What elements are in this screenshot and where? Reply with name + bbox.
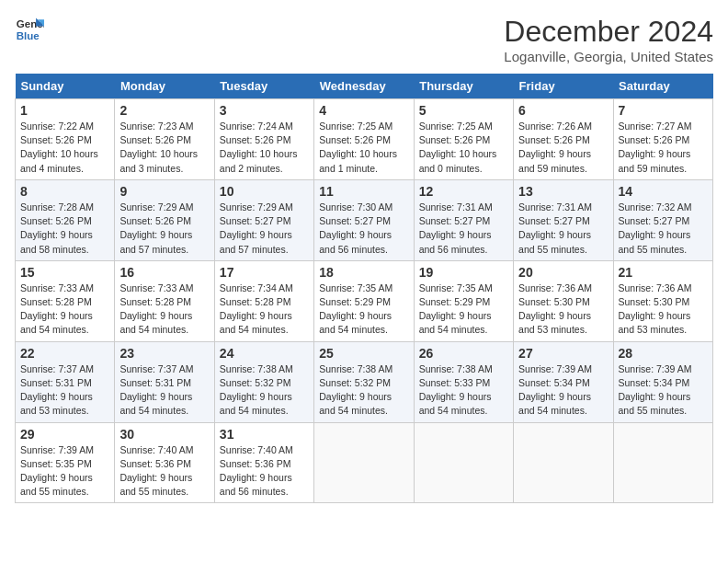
calendar-cell: 20Sunrise: 7:36 AMSunset: 5:30 PMDayligh… — [514, 260, 613, 341]
weekday-header-row: SundayMondayTuesdayWednesdayThursdayFrid… — [16, 74, 713, 99]
calendar-cell: 22Sunrise: 7:37 AMSunset: 5:31 PMDayligh… — [16, 341, 115, 422]
calendar-cell — [314, 422, 414, 503]
cell-sun-info: Sunrise: 7:40 AMSunset: 5:36 PMDaylight:… — [119, 443, 209, 500]
cell-sun-info: Sunrise: 7:36 AMSunset: 5:30 PMDaylight:… — [619, 282, 708, 338]
weekday-header-wednesday: Wednesday — [314, 74, 414, 99]
cell-sun-info: Sunrise: 7:22 AMSunset: 5:26 PMDaylight:… — [20, 120, 109, 176]
cell-sun-info: Sunrise: 7:33 AMSunset: 5:28 PMDaylight:… — [20, 282, 109, 338]
calendar-cell — [414, 422, 513, 503]
day-number: 11 — [319, 184, 408, 199]
day-number: 7 — [619, 103, 708, 118]
calendar-cell: 25Sunrise: 7:38 AMSunset: 5:32 PMDayligh… — [314, 341, 414, 422]
calendar-cell: 31Sunrise: 7:40 AMSunset: 5:36 PMDayligh… — [214, 422, 313, 503]
calendar-cell: 29Sunrise: 7:39 AMSunset: 5:35 PMDayligh… — [16, 422, 115, 503]
weekday-header-sunday: Sunday — [16, 74, 115, 99]
location: Loganville, Georgia, United States — [504, 49, 713, 64]
svg-text:Blue: Blue — [17, 30, 40, 41]
cell-sun-info: Sunrise: 7:33 AMSunset: 5:28 PMDaylight:… — [119, 282, 209, 338]
calendar-cell: 17Sunrise: 7:34 AMSunset: 5:28 PMDayligh… — [214, 260, 313, 341]
logo: General Blue — [15, 15, 44, 44]
calendar-cell: 14Sunrise: 7:32 AMSunset: 5:27 PMDayligh… — [613, 179, 712, 260]
calendar-cell — [613, 422, 712, 503]
calendar-week-1: 1Sunrise: 7:22 AMSunset: 5:26 PMDaylight… — [16, 99, 713, 180]
day-number: 21 — [619, 265, 708, 280]
day-number: 24 — [220, 346, 309, 361]
cell-sun-info: Sunrise: 7:39 AMSunset: 5:34 PMDaylight:… — [619, 362, 708, 419]
calendar-cell: 30Sunrise: 7:40 AMSunset: 5:36 PMDayligh… — [115, 422, 214, 503]
calendar-week-4: 22Sunrise: 7:37 AMSunset: 5:31 PMDayligh… — [16, 341, 713, 422]
day-number: 10 — [220, 184, 309, 199]
cell-sun-info: Sunrise: 7:37 AMSunset: 5:31 PMDaylight:… — [20, 362, 109, 419]
month-title: December 2024 — [504, 15, 713, 49]
cell-sun-info: Sunrise: 7:26 AMSunset: 5:26 PMDaylight:… — [518, 120, 608, 176]
calendar-cell: 13Sunrise: 7:31 AMSunset: 5:27 PMDayligh… — [514, 179, 613, 260]
calendar-cell: 4Sunrise: 7:25 AMSunset: 5:26 PMDaylight… — [314, 99, 414, 180]
calendar-cell: 24Sunrise: 7:38 AMSunset: 5:32 PMDayligh… — [214, 341, 313, 422]
calendar-cell: 8Sunrise: 7:28 AMSunset: 5:26 PMDaylight… — [16, 179, 115, 260]
day-number: 9 — [119, 184, 209, 199]
cell-sun-info: Sunrise: 7:25 AMSunset: 5:26 PMDaylight:… — [419, 120, 508, 176]
weekday-header-tuesday: Tuesday — [214, 74, 313, 99]
day-number: 30 — [119, 427, 209, 442]
day-number: 14 — [619, 184, 708, 199]
calendar-cell: 19Sunrise: 7:35 AMSunset: 5:29 PMDayligh… — [414, 260, 513, 341]
calendar-cell: 16Sunrise: 7:33 AMSunset: 5:28 PMDayligh… — [115, 260, 214, 341]
day-number: 13 — [518, 184, 608, 199]
calendar-cell: 10Sunrise: 7:29 AMSunset: 5:27 PMDayligh… — [214, 179, 313, 260]
day-number: 25 — [319, 346, 408, 361]
calendar-cell: 18Sunrise: 7:35 AMSunset: 5:29 PMDayligh… — [314, 260, 414, 341]
cell-sun-info: Sunrise: 7:38 AMSunset: 5:33 PMDaylight:… — [419, 362, 508, 419]
cell-sun-info: Sunrise: 7:27 AMSunset: 5:26 PMDaylight:… — [619, 120, 708, 176]
cell-sun-info: Sunrise: 7:35 AMSunset: 5:29 PMDaylight:… — [319, 282, 408, 338]
weekday-header-monday: Monday — [115, 74, 214, 99]
calendar-cell: 11Sunrise: 7:30 AMSunset: 5:27 PMDayligh… — [314, 179, 414, 260]
day-number: 6 — [518, 103, 608, 118]
calendar-cell: 12Sunrise: 7:31 AMSunset: 5:27 PMDayligh… — [414, 179, 513, 260]
cell-sun-info: Sunrise: 7:28 AMSunset: 5:26 PMDaylight:… — [20, 201, 109, 257]
calendar-table: SundayMondayTuesdayWednesdayThursdayFrid… — [15, 74, 713, 503]
calendar-cell: 21Sunrise: 7:36 AMSunset: 5:30 PMDayligh… — [613, 260, 712, 341]
day-number: 16 — [119, 265, 209, 280]
cell-sun-info: Sunrise: 7:38 AMSunset: 5:32 PMDaylight:… — [220, 362, 309, 419]
day-number: 12 — [419, 184, 508, 199]
day-number: 22 — [20, 346, 109, 361]
calendar-cell: 1Sunrise: 7:22 AMSunset: 5:26 PMDaylight… — [16, 99, 115, 180]
cell-sun-info: Sunrise: 7:37 AMSunset: 5:31 PMDaylight:… — [119, 362, 209, 419]
calendar-cell: 2Sunrise: 7:23 AMSunset: 5:26 PMDaylight… — [115, 99, 214, 180]
cell-sun-info: Sunrise: 7:39 AMSunset: 5:35 PMDaylight:… — [20, 443, 109, 500]
day-number: 15 — [20, 265, 109, 280]
calendar-cell — [514, 422, 613, 503]
cell-sun-info: Sunrise: 7:24 AMSunset: 5:26 PMDaylight:… — [220, 120, 309, 176]
cell-sun-info: Sunrise: 7:39 AMSunset: 5:34 PMDaylight:… — [518, 362, 608, 419]
calendar-cell: 9Sunrise: 7:29 AMSunset: 5:26 PMDaylight… — [115, 179, 214, 260]
day-number: 2 — [119, 103, 209, 118]
calendar-cell: 15Sunrise: 7:33 AMSunset: 5:28 PMDayligh… — [16, 260, 115, 341]
day-number: 5 — [419, 103, 508, 118]
day-number: 8 — [20, 184, 109, 199]
cell-sun-info: Sunrise: 7:31 AMSunset: 5:27 PMDaylight:… — [518, 201, 608, 257]
weekday-header-saturday: Saturday — [613, 74, 712, 99]
day-number: 19 — [419, 265, 508, 280]
calendar-week-3: 15Sunrise: 7:33 AMSunset: 5:28 PMDayligh… — [16, 260, 713, 341]
cell-sun-info: Sunrise: 7:35 AMSunset: 5:29 PMDaylight:… — [419, 282, 508, 338]
day-number: 17 — [220, 265, 309, 280]
cell-sun-info: Sunrise: 7:30 AMSunset: 5:27 PMDaylight:… — [319, 201, 408, 257]
day-number: 31 — [220, 427, 309, 442]
calendar-cell: 7Sunrise: 7:27 AMSunset: 5:26 PMDaylight… — [613, 99, 712, 180]
day-number: 28 — [619, 346, 708, 361]
logo-icon: General Blue — [15, 15, 44, 44]
day-number: 1 — [20, 103, 109, 118]
weekday-header-friday: Friday — [514, 74, 613, 99]
calendar-cell: 27Sunrise: 7:39 AMSunset: 5:34 PMDayligh… — [514, 341, 613, 422]
cell-sun-info: Sunrise: 7:36 AMSunset: 5:30 PMDaylight:… — [518, 282, 608, 338]
calendar-cell: 5Sunrise: 7:25 AMSunset: 5:26 PMDaylight… — [414, 99, 513, 180]
cell-sun-info: Sunrise: 7:23 AMSunset: 5:26 PMDaylight:… — [119, 120, 209, 176]
cell-sun-info: Sunrise: 7:38 AMSunset: 5:32 PMDaylight:… — [319, 362, 408, 419]
calendar-cell: 3Sunrise: 7:24 AMSunset: 5:26 PMDaylight… — [214, 99, 313, 180]
weekday-header-thursday: Thursday — [414, 74, 513, 99]
day-number: 26 — [419, 346, 508, 361]
calendar-cell: 26Sunrise: 7:38 AMSunset: 5:33 PMDayligh… — [414, 341, 513, 422]
calendar-cell: 6Sunrise: 7:26 AMSunset: 5:26 PMDaylight… — [514, 99, 613, 180]
cell-sun-info: Sunrise: 7:25 AMSunset: 5:26 PMDaylight:… — [319, 120, 408, 176]
day-number: 3 — [220, 103, 309, 118]
